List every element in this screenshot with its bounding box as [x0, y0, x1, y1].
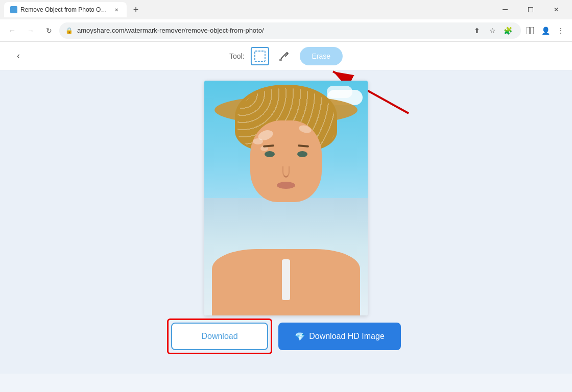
split-view-icon[interactable]: [523, 23, 537, 38]
svg-rect-1: [529, 8, 533, 12]
menu-icon[interactable]: ⋮: [554, 23, 568, 38]
tab-label: Remove Object from Photo Onli...: [20, 6, 109, 13]
lock-icon: 🔒: [65, 27, 73, 34]
extensions-icon[interactable]: 🧩: [500, 23, 515, 38]
svg-point-5: [279, 59, 282, 61]
title-bar: Remove Object from Photo Onli... ✕ + ✕: [0, 0, 572, 19]
gem-icon: 💎: [295, 332, 305, 341]
address-text: amoyshare.com/watermark-remover/remove-o…: [77, 27, 466, 34]
browser-chrome: Remove Object from Photo Onli... ✕ + ✕ ←…: [0, 0, 572, 42]
minimize-button[interactable]: [493, 2, 517, 17]
browser-icons: 👤 ⋮: [523, 23, 568, 38]
app-toolbar: ‹ Tool: Erase: [0, 42, 572, 70]
svg-rect-0: [503, 9, 508, 10]
forward-button[interactable]: →: [22, 22, 39, 39]
address-bar[interactable]: 🔒 amoyshare.com/watermark-remover/remove…: [59, 22, 521, 39]
browser-tab[interactable]: Remove Object from Photo Onli... ✕: [4, 2, 127, 17]
back-button[interactable]: ←: [4, 22, 20, 39]
download-hd-button[interactable]: 💎 Download HD Image: [278, 323, 401, 350]
tool-label: Tool:: [229, 52, 245, 60]
bottom-bar: Download 💎 Download HD Image: [171, 315, 401, 355]
face: [250, 120, 322, 202]
download-hd-label: Download HD Image: [309, 332, 385, 341]
erase-button[interactable]: Erase: [300, 47, 343, 65]
cloud-2: [327, 86, 352, 98]
nose: [282, 166, 290, 178]
svg-rect-4: [255, 51, 265, 61]
profile-icon[interactable]: 👤: [538, 23, 553, 38]
left-eye: [265, 151, 275, 157]
app-area: ‹ Tool: Erase: [0, 42, 572, 374]
maximize-button[interactable]: [519, 2, 542, 17]
nav-bar: ← → ↻ 🔒 amoyshare.com/watermark-remover/…: [0, 19, 572, 42]
photo-container: [204, 81, 368, 315]
app-back-button[interactable]: ‹: [10, 48, 27, 64]
tab-close-button[interactable]: ✕: [112, 6, 121, 14]
right-eyebrow: [298, 144, 309, 148]
selection-tool-button[interactable]: [251, 47, 269, 65]
download-button[interactable]: Download: [171, 323, 268, 350]
svg-rect-3: [531, 27, 534, 34]
tab-favicon: [10, 6, 17, 13]
download-button-wrapper: Download: [171, 323, 268, 350]
new-tab-button[interactable]: +: [129, 3, 143, 17]
bookmark-icon[interactable]: ☆: [485, 23, 499, 38]
left-eyebrow: [263, 144, 274, 148]
window-controls: ✕: [493, 2, 568, 17]
bikini-strap: [282, 259, 290, 300]
svg-rect-2: [527, 27, 530, 34]
lips: [277, 182, 295, 189]
main-content: Download 💎 Download HD Image: [0, 70, 572, 374]
refresh-button[interactable]: ↻: [41, 22, 57, 39]
brush-tool-button[interactable]: [275, 47, 294, 65]
photo-background: [204, 81, 368, 315]
dapple-2: [253, 138, 263, 144]
close-button[interactable]: ✕: [544, 2, 568, 17]
address-actions: ⬆ ☆ 🧩: [470, 23, 515, 38]
right-eye: [297, 151, 307, 157]
share-icon[interactable]: ⬆: [470, 23, 484, 38]
